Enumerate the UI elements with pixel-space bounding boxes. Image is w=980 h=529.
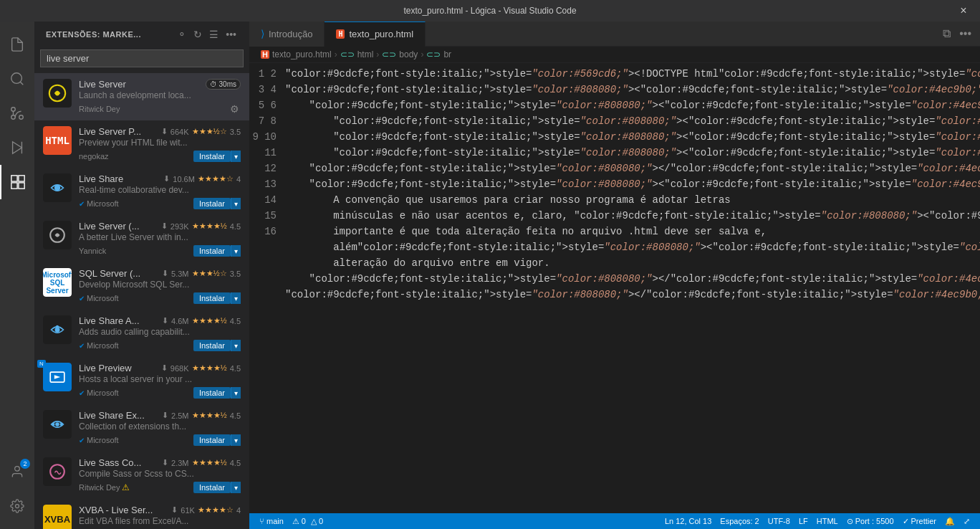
breadcrumb-html[interactable]: ⊂⊃ html [340, 49, 374, 59]
install-dropdown[interactable]: ▾ [231, 151, 241, 162]
ext-name: Live Server (... [79, 221, 140, 232]
ext-name-row: Live Share A... ⬇4.6M ★★★★½ 4.5 [79, 315, 241, 326]
status-encoding[interactable]: UTF-8 [764, 513, 794, 529]
tab-texto[interactable]: H texto_puro.html [325, 22, 426, 47]
install-dropdown[interactable]: ▾ [231, 434, 241, 446]
status-language[interactable]: HTML [812, 513, 842, 529]
install-button[interactable]: Instalar [193, 292, 231, 304]
status-branch[interactable]: ⑂ main [255, 513, 288, 529]
svg-point-19 [55, 422, 59, 426]
activity-source-control[interactable] [0, 96, 34, 130]
activity-accounts[interactable]: 2 [0, 454, 34, 489]
refresh-icon[interactable]: ↻ [192, 27, 203, 42]
list-icon[interactable]: ☰ [208, 27, 220, 42]
ext-icon-live-preview [43, 363, 72, 391]
install-dropdown[interactable]: ▾ [231, 340, 241, 351]
svg-rect-9 [11, 183, 17, 189]
install-dropdown[interactable]: ▾ [231, 198, 241, 209]
status-prettier[interactable]: ✓ Prettier [898, 513, 941, 529]
status-notifications[interactable]: 🔔 [941, 513, 959, 529]
install-button[interactable]: Instalar [193, 434, 231, 446]
ext-icon-live-server [43, 79, 72, 108]
tab-intro[interactable]: ⟩ Introdução [249, 22, 325, 47]
extension-item-live-share-a[interactable]: Live Share A... ⬇4.6M ★★★★½ 4.5 Adds aud… [34, 310, 249, 357]
extension-item-live-share[interactable]: Live Share ⬇10.6M ★★★★☆ 4 Real-time coll… [34, 168, 249, 215]
install-btn-group: Instalar ▾ [193, 292, 241, 304]
rating-value: 4.5 [230, 317, 241, 325]
sidebar-title: EXTENSÕES: MARKE... [46, 30, 141, 39]
install-dropdown[interactable]: ▾ [231, 292, 241, 304]
install-dropdown[interactable]: ▾ [231, 387, 241, 399]
warning-icon: △ [311, 517, 317, 526]
code-content[interactable]: "color:#9cdcfe;font-style:italic;">style… [285, 63, 980, 513]
ext-publisher: negokaz [79, 152, 109, 161]
extension-item-live-server[interactable]: Live Server ⏱ 30ms Launch a development … [34, 73, 249, 120]
stars: ★★★½☆ [192, 269, 227, 278]
activity-bottom: 2 [0, 454, 34, 523]
prettier-icon: ✓ [903, 517, 909, 526]
status-bar: ⑂ main ⚠ 0 △ 0 Ln 12, Col 13 Espaços: 2 … [249, 513, 980, 529]
install-button[interactable]: Instalar [193, 387, 231, 399]
install-button[interactable]: Instalar [193, 482, 231, 493]
install-dropdown[interactable]: ▾ [231, 482, 241, 493]
status-errors[interactable]: ⚠ 0 △ 0 [288, 513, 327, 529]
status-indent[interactable]: Espaços: 2 [716, 513, 763, 529]
more-actions-button[interactable]: ••• [956, 26, 974, 42]
activity-bar: 2 [0, 22, 34, 529]
activity-settings[interactable] [0, 489, 34, 523]
sidebar-icons: ⚬ ↻ ☰ ••• [176, 27, 238, 42]
activity-explorer[interactable] [0, 27, 34, 62]
breadcrumb-file[interactable]: H texto_puro.html [261, 49, 332, 59]
download-icon: ⬇ [161, 221, 168, 231]
ext-name-row: Live Preview ⬇968K ★★★★½ 4.5 [79, 363, 241, 373]
install-button[interactable]: Instalar [193, 245, 231, 257]
extension-item-live-share-ex[interactable]: Live Share Ex... ⬇2.5M ★★★★½ 4.5 Collect… [34, 404, 249, 452]
code-editor[interactable]: 1 2 3 4 5 6 7 8 9 10 11 12 13 14 15 16 "… [249, 63, 980, 513]
install-dropdown[interactable]: ▾ [231, 245, 241, 257]
breadcrumb-br[interactable]: ⊂⊃ br [426, 49, 451, 59]
status-position[interactable]: Ln 12, Col 13 [660, 513, 716, 529]
stars: ★★★★½ [192, 411, 227, 420]
tab-bar: ⟩ Introdução H texto_puro.html ⧉ ••• [249, 22, 980, 47]
ext-icon-live-share-a [43, 315, 72, 344]
status-layout[interactable]: ⤢ [959, 513, 974, 529]
install-btn-group: Instalar ▾ [193, 340, 241, 351]
extension-item-xvba[interactable]: XVBA XVBA - Live Ser... ⬇61K ★★★★☆ 4 Edi… [34, 499, 249, 529]
extension-item-sql-server[interactable]: MicrosoftSQLServer SQL Server (... ⬇5.3M… [34, 262, 249, 310]
extension-item-live-sass[interactable]: Live Sass Co... ⬇2.3M ★★★★½ 4.5 Compile … [34, 452, 249, 499]
ext-info-sql-server: SQL Server (... ⬇5.3M ★★★½☆ 3.5 Develop … [79, 268, 241, 304]
close-button[interactable]: × [947, 0, 980, 22]
activity-run[interactable] [0, 130, 34, 165]
svg-point-3 [11, 108, 16, 112]
install-button[interactable]: Instalar [193, 151, 231, 162]
activity-extensions[interactable] [0, 165, 34, 199]
ext-footer: ✔ Microsoft Instalar ▾ [79, 387, 241, 399]
breadcrumb: H texto_puro.html › ⊂⊃ html › ⊂⊃ body › … [249, 47, 980, 63]
install-button[interactable]: Instalar [193, 340, 231, 351]
activity-search[interactable] [0, 62, 34, 96]
ext-icon-sql-server: MicrosoftSQLServer [43, 268, 72, 297]
timer-badge: ⏱ 30ms [206, 79, 241, 90]
svg-point-14 [54, 185, 60, 191]
extension-item-live-server-p[interactable]: HTML Live Server P... ⬇664K ★★★½☆ 3.5 Pr… [34, 120, 249, 168]
more-icon[interactable]: ••• [224, 27, 238, 42]
ext-name-row: XVBA - Live Ser... ⬇61K ★★★★☆ 4 [79, 505, 241, 515]
search-input[interactable] [40, 49, 244, 67]
split-editor-button[interactable]: ⧉ [940, 26, 953, 42]
ext-name: Live Server P... [79, 126, 141, 137]
ext-meta: ⬇664K ★★★½☆ 3.5 [161, 127, 241, 136]
status-port[interactable]: ⊙ Port : 5500 [842, 513, 898, 529]
extension-item-live-server-2[interactable]: Live Server (... ⬇293K ★★★★½ 4.5 A bette… [34, 215, 249, 262]
extension-item-live-preview[interactable]: N Live Preview ⬇968K ★★★★½ 4.5 Hosts a l… [34, 357, 249, 404]
filter-icon[interactable]: ⚬ [176, 27, 188, 42]
install-button[interactable]: Instalar [193, 198, 231, 209]
status-eol[interactable]: LF [794, 513, 812, 529]
stars: ★★★★½ [192, 316, 227, 325]
download-icon: ⬇ [161, 363, 168, 373]
breadcrumb-sep-1: › [335, 49, 337, 59]
breadcrumb-body[interactable]: ⊂⊃ body [382, 49, 418, 59]
ext-info-live-server-p: Live Server P... ⬇664K ★★★½☆ 3.5 Preview… [79, 126, 241, 162]
breadcrumb-html-icon: H [261, 50, 269, 59]
gear-button[interactable]: ⚙ [229, 103, 241, 115]
ext-meta: ⬇2.3M ★★★★½ 4.5 [162, 458, 241, 467]
